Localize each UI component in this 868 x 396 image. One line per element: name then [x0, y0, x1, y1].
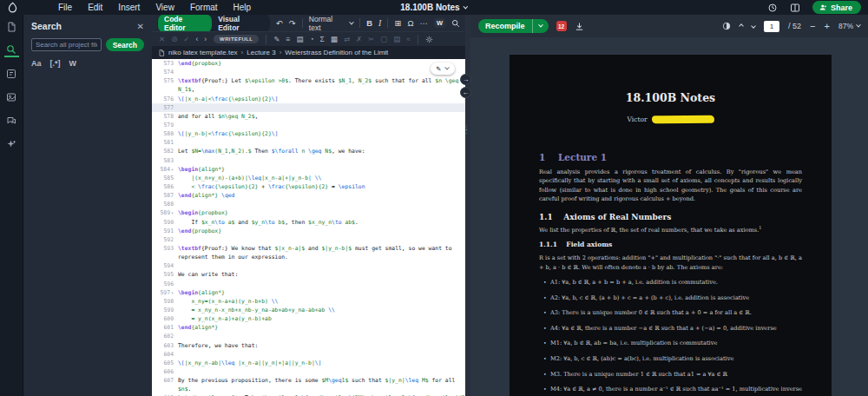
- code-line[interactable]: 604: [152, 350, 465, 359]
- layout-icon[interactable]: [790, 3, 800, 13]
- undo-icon[interactable]: ↶: [276, 19, 283, 28]
- code-line[interactable]: 584▾\begin{align*}: [152, 165, 465, 174]
- writefull-split-icon[interactable]: ✂: [368, 36, 374, 43]
- breadcrumb-segment[interactable]: Weierstrass Definition of the Limit: [285, 49, 388, 56]
- code-line[interactable]: 607By the previous proposition, there is…: [152, 376, 465, 385]
- menu-format[interactable]: Format: [190, 3, 218, 12]
- expand-right-icon[interactable]: →: [460, 74, 471, 85]
- code-line[interactable]: 575\textbf{Proof:} Let $\epsilon >0$. Th…: [152, 76, 465, 85]
- code-line[interactable]: N_1$,: [152, 85, 465, 94]
- menu-view[interactable]: View: [155, 3, 174, 12]
- next-page-icon[interactable]: [751, 23, 756, 29]
- code-line[interactable]: 600 = y_n(x_n-a)+a(y_n-b)+ab: [152, 314, 465, 323]
- search-toggle[interactable]: Aa: [31, 59, 42, 68]
- writefull-badge-icon[interactable]: W: [434, 18, 445, 28]
- bold-button[interactable]: B: [366, 19, 372, 28]
- code-line[interactable]: 598 x_ny=(x_n-a+a)(y_n-b+b) \\: [152, 297, 465, 306]
- menu-help[interactable]: Help: [233, 3, 252, 12]
- expand-left-icon[interactable]: ←: [460, 87, 471, 98]
- writefull-document-icon[interactable]: ▤: [296, 36, 303, 43]
- writefull-paraphrase-icon[interactable]: ≡: [286, 36, 290, 43]
- paragraph-style-dropdown[interactable]: Normal text: [309, 15, 353, 32]
- code-line[interactable]: 581: [152, 138, 465, 147]
- contrast-toggle-icon[interactable]: [722, 22, 731, 30]
- breadcrumb-segment[interactable]: Lecture 3: [247, 49, 275, 56]
- code-line[interactable]: 606: [152, 367, 465, 376]
- code-editor-toggle[interactable]: Code Editor: [158, 14, 212, 33]
- code-line[interactable]: 590 If $x_n\to a$ and $y_n\to b$, then $…: [152, 218, 465, 227]
- code-line[interactable]: $n$.: [152, 385, 465, 393]
- reject-suggestion-icon[interactable]: ⊘: [171, 36, 177, 43]
- code-line[interactable]: 603Therefore, we have that:: [152, 341, 465, 350]
- next-suggestion-icon[interactable]: ›: [204, 36, 207, 43]
- figure-insert-icon[interactable]: [4, 90, 19, 104]
- editor-search-icon[interactable]: [451, 19, 460, 28]
- code-line[interactable]: 593\textbf{Proof:} We know that $|x_n-a|…: [152, 244, 465, 253]
- writefull-history-icon[interactable]: ◔: [309, 36, 313, 43]
- writefull-pill[interactable]: WRITEFULL: [214, 35, 259, 43]
- code-line[interactable]: 592: [152, 235, 465, 244]
- history-icon[interactable]: [767, 3, 778, 13]
- dismiss-suggestion-icon[interactable]: ✕: [159, 36, 165, 43]
- code-line[interactable]: 574: [152, 68, 465, 76]
- writefull-copy-icon[interactable]: ▤: [393, 36, 400, 43]
- code-line[interactable]: 591\end{propbox}: [152, 227, 465, 235]
- writefull-settings-gear-icon[interactable]: [425, 36, 433, 43]
- pane-drag-handle[interactable]: ⋮⋮: [464, 126, 470, 133]
- breadcrumb-items[interactable]: niko latex template.tex›Lecture 3›Weiers…: [168, 49, 388, 56]
- project-title[interactable]: 18.100B Notes: [400, 3, 467, 12]
- zoom-out-icon[interactable]: −: [810, 21, 815, 31]
- ai-assist-icon[interactable]: [4, 137, 19, 151]
- breadcrumb-segment[interactable]: niko latex template.tex: [168, 49, 238, 56]
- writefull-synonyms-icon[interactable]: ≈: [406, 36, 411, 43]
- download-pdf-icon[interactable]: [575, 22, 584, 31]
- code-line[interactable]: 577: [152, 103, 465, 112]
- search-toggle[interactable]: [.*]: [50, 59, 61, 68]
- code-line[interactable]: 594: [152, 261, 465, 270]
- compile-log-error-badge[interactable]: 12: [556, 21, 567, 31]
- writefull-rewrite-icon[interactable]: ⇄: [344, 36, 350, 43]
- code-line[interactable]: 596: [152, 280, 465, 288]
- zoom-level-dropdown[interactable]: 87%: [838, 22, 860, 30]
- code-line[interactable]: 595We can write that:: [152, 270, 465, 279]
- insert-symbol-icon[interactable]: Ω: [407, 19, 413, 28]
- file-tree-icon[interactable]: [4, 20, 19, 34]
- code-line[interactable]: 576\[|x_n-a|<\frac{\epsilon}{2}\]: [152, 95, 465, 103]
- code-line[interactable]: 580\[|y_n-b|<\frac{\epsilon}{2}\]: [152, 129, 465, 138]
- code-line[interactable]: 579: [152, 121, 465, 129]
- menu-insert[interactable]: Insert: [118, 3, 140, 12]
- close-search-icon[interactable]: ✕: [137, 22, 144, 31]
- redo-icon[interactable]: ↷: [289, 19, 296, 28]
- recompile-button[interactable]: Recompile: [478, 19, 549, 33]
- code-line[interactable]: 602: [152, 332, 465, 340]
- code-line[interactable]: 583: [152, 156, 465, 165]
- menu-file[interactable]: File: [58, 3, 72, 12]
- prev-page-icon[interactable]: [739, 23, 744, 29]
- menu-edit[interactable]: Edit: [88, 3, 102, 12]
- code-line[interactable]: 599 = x_ny_n-x_nb+x_nb-y_na-ab+ab+y_na-a…: [152, 306, 465, 314]
- writefull-equations-icon[interactable]: Σ: [320, 36, 325, 43]
- code-line[interactable]: 585 |(x_n+y_n)-(a+b)|\leq|x_n-a|+|y_n-b|…: [152, 174, 465, 182]
- pdf-viewport[interactable]: 18.100B Notes Victor 1 Lecture 1 Real an…: [470, 37, 868, 396]
- code-editor-surface[interactable]: 573\end{propbox}574575\textbf{Proof:} Le…: [152, 59, 465, 396]
- search-toggle[interactable]: W: [69, 59, 77, 68]
- chat-icon[interactable]: [4, 114, 19, 128]
- search-button[interactable]: Search: [106, 38, 144, 51]
- code-line[interactable]: 587\end{align*} \qed: [152, 191, 465, 200]
- writefull-tables-icon[interactable]: ▦: [331, 36, 338, 43]
- writefull-edit-icon[interactable]: ✎: [273, 36, 279, 43]
- code-line[interactable]: 597▾\begin{align*}: [152, 288, 465, 297]
- code-line[interactable]: 582Let $N=\max(N_1,N_2).$ Then $\forall …: [152, 147, 465, 155]
- search-panel-icon[interactable]: [4, 43, 19, 57]
- insert-table-icon[interactable]: ⊞: [394, 19, 401, 28]
- code-line[interactable]: 588: [152, 200, 465, 208]
- code-line[interactable]: 578and for all $n\geq N_2$,: [152, 112, 465, 121]
- search-input[interactable]: [31, 38, 102, 51]
- code-line[interactable]: represent them in our expression.: [152, 253, 465, 261]
- writefull-paste-icon[interactable]: ▢: [380, 36, 387, 43]
- accept-suggestion-icon[interactable]: ✓: [183, 36, 189, 43]
- italic-button[interactable]: I: [378, 19, 381, 28]
- code-line[interactable]: 573\end{propbox}: [152, 59, 465, 68]
- visual-editor-toggle[interactable]: Visual Editor: [212, 14, 269, 33]
- zoom-in-icon[interactable]: +: [825, 21, 830, 31]
